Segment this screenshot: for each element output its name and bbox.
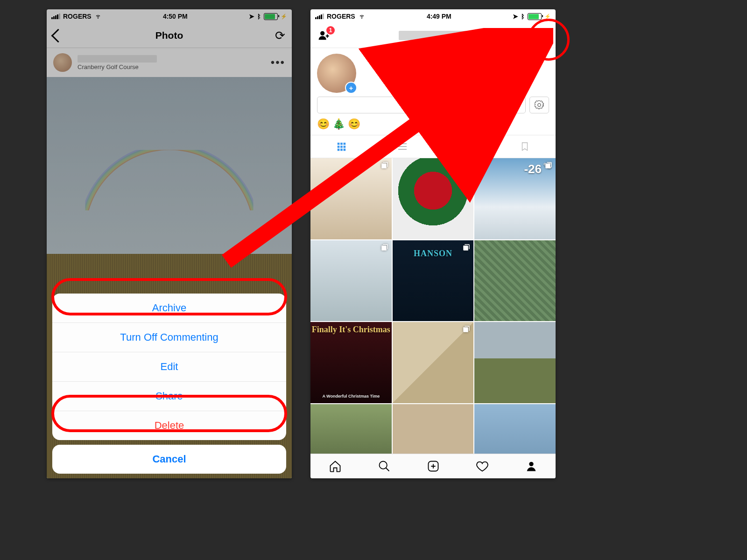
grid-cell[interactable]: -26 °C bbox=[474, 158, 556, 239]
action-sheet: Archive Turn Off Commenting Edit Share D… bbox=[52, 294, 286, 474]
temperature-label: -26 bbox=[524, 162, 542, 176]
signal-icon bbox=[51, 14, 60, 19]
bottom-nav bbox=[310, 454, 556, 478]
profile-tabs bbox=[310, 135, 556, 158]
back-button[interactable] bbox=[51, 28, 65, 42]
share-button[interactable]: Share bbox=[52, 381, 286, 411]
cancel-button[interactable]: Cancel bbox=[52, 445, 286, 474]
nav-header: Photo ⟳ bbox=[47, 23, 292, 48]
home-icon bbox=[329, 460, 342, 473]
username-redacted bbox=[399, 31, 469, 40]
grid-cell[interactable] bbox=[474, 322, 556, 403]
notification-badge: 1 bbox=[326, 26, 335, 35]
tab-list[interactable] bbox=[372, 135, 433, 158]
tab-grid[interactable] bbox=[310, 135, 372, 158]
multi-post-icon bbox=[462, 243, 471, 252]
tab-saved[interactable] bbox=[494, 135, 556, 158]
clock: 4:50 PM bbox=[163, 13, 188, 20]
nav-profile[interactable] bbox=[525, 460, 538, 473]
wifi-icon bbox=[358, 14, 366, 19]
avatar[interactable] bbox=[53, 53, 72, 72]
carrier-label: ROGERS bbox=[327, 13, 355, 20]
concert-label: HANSON bbox=[393, 249, 474, 259]
album-subtitle: A Wonderful Christmas Time bbox=[310, 394, 392, 399]
bluetooth-icon: ᛒ bbox=[257, 13, 261, 20]
multi-post-icon bbox=[544, 161, 553, 169]
svg-point-1 bbox=[463, 145, 465, 147]
list-icon bbox=[397, 141, 408, 152]
turn-off-commenting-button[interactable]: Turn Off Commenting bbox=[52, 322, 286, 352]
grid-icon bbox=[336, 141, 346, 152]
signal-icon bbox=[315, 14, 324, 19]
delete-button[interactable]: Delete bbox=[52, 411, 286, 440]
archive-button[interactable]: Archive bbox=[52, 294, 286, 322]
person-icon bbox=[525, 460, 538, 473]
post-header: Cranberry Golf Course ••• bbox=[47, 48, 292, 77]
profile-stats: + 396posts 48followers 24following bbox=[310, 48, 556, 97]
multi-post-icon bbox=[381, 243, 389, 252]
history-icon bbox=[536, 29, 548, 42]
posts-stat[interactable]: 396posts bbox=[381, 64, 399, 83]
story-highlight[interactable]: 😊 bbox=[317, 118, 330, 130]
grid-cell[interactable] bbox=[474, 240, 556, 322]
posts-grid: -26 °C HANSON Finally It's Christmas A W… bbox=[310, 158, 556, 478]
wifi-icon bbox=[94, 14, 102, 19]
grid-cell[interactable]: Finally It's Christmas A Wonderful Chris… bbox=[310, 322, 392, 403]
following-stat[interactable]: 24following bbox=[505, 64, 529, 83]
tagged-icon bbox=[458, 141, 469, 152]
status-bar: ROGERS 4:49 PM ➤ ᛒ ⚡ bbox=[310, 9, 556, 23]
location-label[interactable]: Cranberry Golf Course bbox=[78, 63, 265, 70]
battery-icon bbox=[264, 13, 278, 20]
username-redacted bbox=[78, 55, 157, 63]
add-post-icon bbox=[427, 460, 440, 473]
tab-tagged[interactable] bbox=[433, 135, 494, 158]
archive-history-button[interactable] bbox=[535, 28, 549, 42]
edit-button[interactable]: Edit bbox=[52, 352, 286, 381]
album-title: Finally It's Christmas bbox=[310, 325, 392, 335]
charging-icon: ⚡ bbox=[281, 14, 287, 20]
grid-cell[interactable] bbox=[310, 240, 392, 322]
multi-post-icon bbox=[462, 325, 471, 333]
phone-left: ROGERS 4:50 PM ➤ ᛒ ⚡ Photo ⟳ Cranberry G… bbox=[47, 9, 292, 478]
more-options-button[interactable]: ••• bbox=[271, 56, 285, 69]
phone-right: ROGERS 4:49 PM ➤ ᛒ ⚡ 1 + bbox=[310, 9, 556, 478]
nav-activity[interactable] bbox=[476, 460, 489, 473]
status-bar: ROGERS 4:50 PM ➤ ᛒ ⚡ bbox=[47, 9, 292, 23]
svg-point-4 bbox=[379, 462, 387, 469]
search-icon bbox=[378, 460, 391, 473]
page-title: Photo bbox=[47, 30, 292, 41]
multi-post-icon bbox=[381, 161, 389, 169]
grid-cell[interactable] bbox=[393, 158, 474, 239]
clock: 4:49 PM bbox=[427, 13, 451, 20]
location-arrow-icon: ➤ bbox=[249, 13, 254, 20]
add-story-icon[interactable]: + bbox=[345, 82, 357, 94]
grid-cell[interactable] bbox=[393, 322, 474, 403]
location-arrow-icon: ➤ bbox=[513, 13, 518, 20]
gear-icon bbox=[535, 100, 544, 110]
story-highlight[interactable]: 🎄 bbox=[332, 118, 345, 130]
bluetooth-icon: ᛒ bbox=[521, 13, 525, 20]
svg-point-6 bbox=[529, 462, 533, 466]
multi-post-icon bbox=[462, 161, 471, 169]
grid-cell[interactable] bbox=[310, 158, 392, 239]
followers-stat[interactable]: 48followers bbox=[440, 64, 464, 83]
story-highlight[interactable]: 😊 bbox=[348, 118, 360, 130]
carrier-label: ROGERS bbox=[63, 13, 92, 20]
settings-button[interactable] bbox=[529, 97, 549, 113]
grid-cell[interactable]: HANSON bbox=[393, 240, 474, 322]
nav-home[interactable] bbox=[329, 460, 342, 473]
bookmark-icon bbox=[520, 141, 530, 152]
profile-avatar[interactable]: + bbox=[317, 54, 356, 93]
battery-icon bbox=[528, 13, 542, 20]
nav-search[interactable] bbox=[378, 460, 391, 473]
story-highlights: 😊 🎄 😊 bbox=[310, 118, 556, 135]
charging-icon: ⚡ bbox=[544, 14, 551, 20]
heart-icon bbox=[476, 460, 489, 473]
edit-profile-button[interactable]: Edit Profile bbox=[317, 97, 526, 113]
profile-header: 1 bbox=[310, 23, 556, 48]
nav-add[interactable] bbox=[427, 460, 440, 473]
refresh-button[interactable]: ⟳ bbox=[275, 28, 285, 43]
discover-people-button[interactable]: 1 bbox=[317, 29, 332, 42]
